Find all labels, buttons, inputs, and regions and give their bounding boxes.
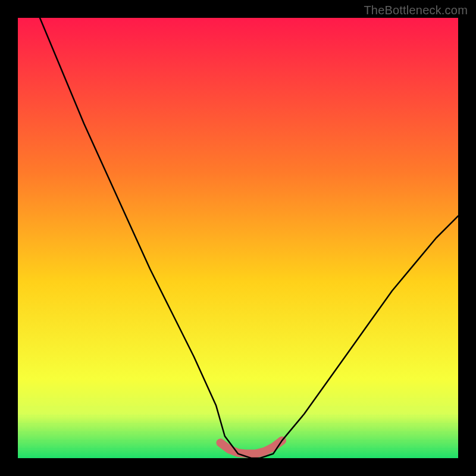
bottleneck-curve-layer xyxy=(18,18,458,458)
watermark-text: TheBottleneck.com xyxy=(364,4,468,17)
bottleneck-curve xyxy=(40,18,458,458)
chart-frame: TheBottleneck.com xyxy=(0,0,476,476)
plot-area xyxy=(18,18,458,458)
